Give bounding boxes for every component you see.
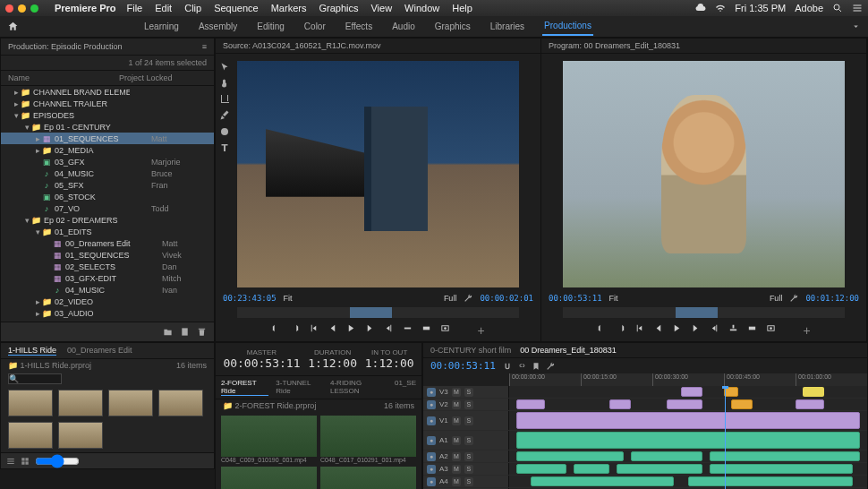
timeline-clip[interactable] [516,432,860,449]
extract-icon[interactable] [747,323,757,333]
menu-file[interactable]: File [126,3,142,13]
tl-tab-dreamers[interactable]: 00 Dreamers_Edit_180831 [520,346,617,355]
step-fwd-icon[interactable] [365,323,375,333]
col-name[interactable]: Name [8,73,119,82]
timeline-tc[interactable]: 00:00:53:11 [430,360,496,372]
hand-tool-icon[interactable] [219,78,230,89]
timeline-clip[interactable] [609,399,631,409]
tl-tab-century[interactable]: 0-CENTURY short film [430,346,511,355]
track-v2[interactable]: ●V2MS [423,399,867,411]
overwrite-icon[interactable] [421,323,431,333]
clip-thumb[interactable] [58,422,103,449]
close-icon[interactable] [5,4,13,13]
bin-tab-hills[interactable]: 1-HILLS Ride [8,346,56,356]
tree-row[interactable]: ▸📁CHANNEL TRAILER [1,98,214,109]
tree-row[interactable]: ▦02_SELECTSDan [1,261,214,272]
project-tree[interactable]: ▸📁CHANNEL BRAND ELEMENTS▸📁CHANNEL TRAILE… [1,86,214,331]
tree-row[interactable]: ▣03_GFXMarjorie [1,156,214,167]
tree-row[interactable]: ▾📁EPISODES [1,109,214,121]
src-tab-lesson[interactable]: 4-RIDING LESSON [330,379,387,396]
window-controls[interactable] [5,4,38,13]
timeline-clip[interactable] [731,399,753,409]
overflow-icon[interactable] [851,21,861,31]
track-a1[interactable]: ●A1MS [423,431,867,450]
menu-view[interactable]: View [370,3,392,13]
track-a4[interactable]: ●A4MS [423,476,867,488]
clip-thumb[interactable] [320,467,416,489]
link-icon[interactable] [517,362,526,371]
menu-graphics[interactable]: Graphics [319,3,358,13]
src-tab-forest[interactable]: 2-FOREST Ride [221,379,268,396]
timeline-clip[interactable] [631,451,702,461]
tree-row[interactable]: ▸📁02_VIDEO [1,296,214,307]
clip-thumb[interactable] [8,390,53,416]
menu-sequence[interactable]: Sequence [214,3,259,13]
goto-out-icon[interactable] [710,323,719,333]
new-bin-icon[interactable] [163,327,173,337]
play-icon[interactable] [672,323,682,333]
export-frame-icon[interactable] [766,323,776,333]
insert-icon[interactable] [403,323,413,333]
mark-in-icon[interactable] [271,323,281,333]
add-button-icon[interactable]: + [803,323,810,338]
source-tc-in[interactable]: 00:23:43:05 [223,294,277,303]
timeline-clip[interactable] [516,451,624,461]
tree-row[interactable]: ▾📁Ep 01 - CENTURY [1,121,214,133]
timeline-tracks[interactable]: ●V3MS●V2MS●V1MS●A1MS●A2MS●A3MS●A4MS●A5MS… [423,386,867,489]
settings-icon[interactable] [546,362,555,371]
maximize-icon[interactable] [30,4,38,13]
wrench-icon[interactable] [789,294,798,303]
program-tc-in[interactable]: 00:00:53:11 [549,294,602,303]
marker-icon[interactable] [532,362,540,371]
cloud-icon[interactable] [695,3,706,13]
mark-in-icon[interactable] [597,323,607,333]
program-fit[interactable]: Fit [609,294,618,303]
timeline-clip[interactable] [667,399,702,409]
tree-row[interactable]: ▸▦01_SEQUENCESMatt [1,133,214,144]
workspace-audio[interactable]: Audio [390,18,417,35]
timeline-clip[interactable] [516,464,566,474]
tree-row[interactable]: ▣06_STOCK [1,191,214,202]
selection-tool-icon[interactable] [219,62,230,73]
add-button-icon[interactable]: + [477,323,484,338]
play-icon[interactable] [346,323,356,333]
grab-tool-icon[interactable] [219,126,230,137]
program-viewport[interactable] [563,61,845,287]
tree-row[interactable]: ♪05_SFXFran [1,179,214,191]
clip-thumb[interactable] [8,422,53,449]
src-tab-tunnel[interactable]: 3-TUNNEL Ride [276,379,323,396]
clip-thumb[interactable] [320,416,416,457]
timeline-clip[interactable] [710,451,860,461]
tree-row[interactable]: ▸📁03_AUDIO [1,307,214,319]
timeline-clip[interactable] [531,476,674,486]
track-v1[interactable]: ●V1MS [423,411,867,431]
tree-row[interactable]: ▾📁01_EDITS [1,226,214,237]
col-lock[interactable]: Project Locked [119,73,173,82]
goto-in-icon[interactable] [309,323,319,333]
workspace-assembly[interactable]: Assembly [197,18,239,35]
menu-icon[interactable] [852,3,863,13]
tree-row[interactable]: ▦00_Dreamers EditMatt [1,237,214,249]
menu-clip[interactable]: Clip [184,3,201,13]
source-viewport[interactable] [237,61,519,287]
clip-thumb[interactable] [221,416,317,457]
snap-icon[interactable] [503,362,512,371]
playhead[interactable] [725,386,726,489]
lift-icon[interactable] [728,323,738,333]
goto-in-icon[interactable] [634,323,644,333]
timeline-clip[interactable] [803,387,824,397]
bin1-thumbs[interactable] [1,386,214,452]
search-icon[interactable] [832,3,843,13]
mark-out-icon[interactable] [616,323,625,333]
list-view-icon[interactable] [6,457,15,466]
goto-out-icon[interactable] [384,323,394,333]
home-icon[interactable] [7,21,19,32]
program-tc-out[interactable]: 00:01:12:00 [805,294,859,303]
workspace-learning[interactable]: Learning [142,18,181,35]
export-frame-icon[interactable] [440,323,450,333]
clip-thumb[interactable] [108,390,153,416]
menu-edit[interactable]: Edit [155,3,172,13]
workspace-productions[interactable]: Productions [542,17,593,36]
tree-row[interactable]: ▦01_SEQUENCESVivek [1,249,214,261]
wrench-icon[interactable] [464,294,472,303]
